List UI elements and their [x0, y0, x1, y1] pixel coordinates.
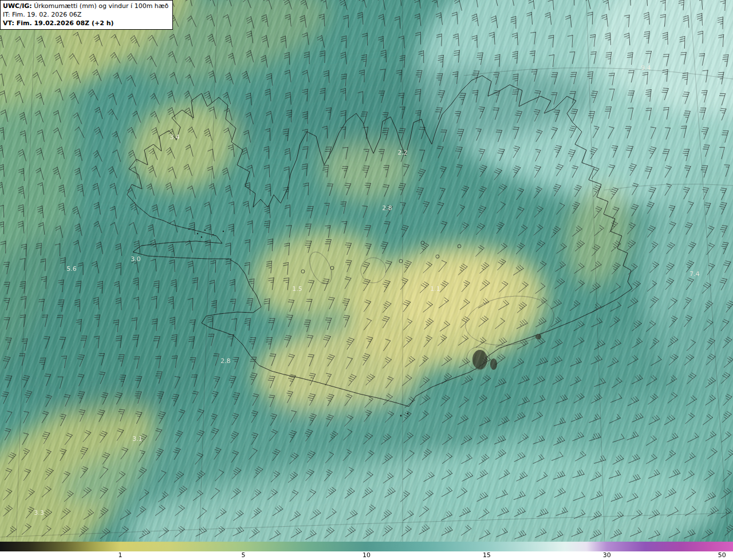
value-label: 3.0: [131, 255, 141, 263]
weather-map-page: 3.42.22.85.63.01.51.12.83.13.37.49.4 UWC…: [0, 0, 733, 560]
value-label: 3.4: [170, 133, 180, 141]
colorbar-tick-row: 1510153050: [0, 551, 733, 560]
precipitation-colorbar: [0, 542, 733, 551]
colorbar-tick-30: 30: [603, 551, 611, 559]
init-time-line: IT: Fim. 19. 02. 2026 06Z: [3, 10, 168, 19]
colorbar-tick-10: 10: [362, 551, 371, 559]
colorbar-tick-50: 50: [718, 551, 726, 559]
value-label: 3.3: [34, 509, 44, 516]
colorbar-tick-5: 5: [241, 551, 245, 559]
value-label: 5.6: [66, 265, 77, 273]
map-title-line1: UWC/IG: Úrkomumætti (mm) og vindur í 100…: [3, 2, 168, 10]
weather-map-canvas: 3.42.22.85.63.01.51.12.83.13.37.49.4: [0, 0, 733, 542]
value-label: 1.5: [292, 285, 302, 293]
value-label: 2.2: [397, 149, 408, 156]
value-label: 2.8: [382, 204, 392, 212]
colorbar-tick-15: 15: [483, 551, 491, 559]
value-label: 2.8: [220, 357, 231, 365]
value-label: 1.1: [430, 285, 440, 293]
value-label: 9.4: [641, 64, 651, 72]
colorbar-tick-1: 1: [118, 551, 122, 559]
value-label: 7.4: [689, 270, 700, 278]
value-label: 3.1: [132, 435, 143, 443]
colorbar-footer: 1510153050: [0, 542, 733, 560]
valid-time-line: VT: Fim. 19.02.2026 08Z (+2 h): [3, 19, 168, 27]
map-title-box: UWC/IG: Úrkomumætti (mm) og vindur í 100…: [0, 0, 173, 30]
map-title-text: Úrkomumætti (mm) og vindur í 100m hæð: [34, 2, 168, 10]
model-name-label: UWC/IG:: [3, 2, 32, 10]
